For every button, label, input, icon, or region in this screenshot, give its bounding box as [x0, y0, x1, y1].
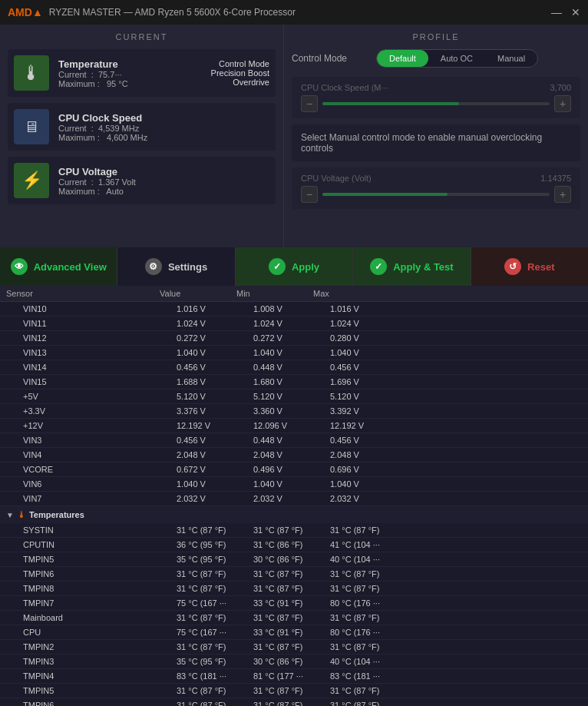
sensor-value: 1.040 V	[177, 348, 253, 357]
sensor-name: TMPIN8	[23, 584, 177, 593]
sensor-value: 31 °C (87 °F)	[177, 701, 253, 706]
apply-button[interactable]: ✓ Apply	[236, 247, 353, 286]
title-bar-left: AMD▲ RYZEN MASTER — AMD Ryzen 5 5600X 6-…	[8, 6, 296, 18]
sensor-value: 31 °C (87 °F)	[177, 584, 253, 593]
sensor-max: 1.040 V	[330, 348, 407, 357]
sensor-min: 2.032 V	[253, 494, 330, 503]
sensor-name: CPUTIN	[23, 540, 177, 549]
temperature-stat: 🌡 Temperature Current : 75.7··· Maximum …	[8, 49, 276, 97]
voltage-label: CPU Voltage (Volt)	[301, 174, 372, 183]
sensor-max: 1.696 V	[330, 377, 407, 386]
profile-panel: PROFILE Control Mode Default Auto OC Man…	[284, 25, 588, 247]
amd-logo: AMD▲	[8, 6, 43, 18]
table-row: TMPIN4 83 °C (181 ··· 81 °C (177 ··· 83 …	[0, 669, 588, 684]
sensor-min: 33 °C (91 °F)	[253, 628, 330, 637]
sensor-value: 31 °C (87 °F)	[177, 525, 253, 535]
reset-icon: ↺	[504, 258, 521, 275]
control-mode-label: Control Mode	[292, 53, 368, 64]
sensor-min: 1.008 V	[253, 304, 330, 313]
sensor-min: 0.496 V	[253, 465, 330, 474]
clock-increase-button[interactable]: +	[554, 95, 571, 112]
current-panel: CURRENT 🌡 Temperature Current : 75.7··· …	[0, 25, 284, 247]
minimize-button[interactable]: —	[551, 6, 562, 18]
voltage-section: CPU Voltage (Volt) 1.14375 − +	[292, 167, 580, 209]
sensor-name: VIN6	[23, 479, 177, 489]
sensor-value: 12.192 V	[177, 421, 253, 430]
clock-speed-value: 3,700	[550, 83, 571, 92]
sensor-min: 31 °C (87 °F)	[253, 613, 330, 622]
sensor-value: 1.016 V	[177, 304, 253, 313]
table-row: +3.3V 3.376 V 3.360 V 3.392 V	[0, 404, 588, 419]
apply-test-button[interactable]: ✓ Apply & Test	[353, 247, 471, 286]
sensor-min: 12.096 V	[253, 421, 330, 430]
value-col-header: Value	[160, 289, 236, 298]
cpu-clock-stat: 🖥 CPU Clock Speed Current : 4,539 MHz Ma…	[8, 103, 276, 151]
sensor-name: TMPIN4	[23, 671, 177, 681]
voltage-decrease-button[interactable]: −	[301, 186, 318, 203]
sensor-table[interactable]: Sensor Value Min Max VIN10 1.016 V 1.008…	[0, 286, 588, 706]
temperatures-section-title: Temperatures	[29, 510, 84, 519]
clock-slider-track[interactable]	[322, 102, 550, 105]
sensor-table-header: Sensor Value Min Max	[0, 286, 588, 302]
sensor-max: 40 °C (104 ···	[330, 555, 407, 564]
sensor-value: 3.376 V	[177, 406, 253, 416]
reset-button[interactable]: ↺ Reset	[471, 247, 588, 286]
temperature-maximum: Maximum : 95 °C	[58, 79, 202, 88]
table-row: TMPIN6 31 °C (87 °F) 31 °C (87 °F) 31 °C…	[0, 567, 588, 582]
mode-manual-button[interactable]: Manual	[485, 50, 537, 67]
table-row: TMPIN5 31 °C (87 °F) 31 °C (87 °F) 31 °C…	[0, 684, 588, 698]
sensor-value: 0.456 V	[177, 436, 253, 445]
sensor-name: TMPIN6	[23, 569, 177, 578]
voltage-increase-button[interactable]: +	[554, 186, 571, 203]
sensor-min: 31 °C (87 °F)	[253, 642, 330, 651]
sensor-value: 75 °C (167 ···	[177, 598, 253, 608]
apply-check-icon: ✓	[269, 258, 286, 275]
temperatures-expand-icon[interactable]: ▼	[6, 511, 14, 519]
title-controls: — ✕	[551, 6, 580, 18]
table-row: VIN10 1.016 V 1.008 V 1.016 V	[0, 302, 588, 317]
sensor-name: VIN15	[23, 377, 177, 386]
settings-button[interactable]: ⚙ Settings	[117, 247, 235, 286]
main-content: CURRENT 🌡 Temperature Current : 75.7··· …	[0, 25, 588, 706]
mode-default-button[interactable]: Default	[377, 50, 428, 67]
advanced-view-button[interactable]: 👁 Advanced View	[0, 247, 117, 286]
table-row: VIN11 1.024 V 1.024 V 1.024 V	[0, 317, 588, 331]
sensor-name: VIN12	[23, 333, 177, 343]
clock-decrease-button[interactable]: −	[301, 95, 318, 112]
sensor-max: 41 °C (104 ···	[330, 540, 407, 549]
temperature-mode: Control Mode Precision Boost Overdrive	[211, 59, 269, 87]
cpu-voltage-current: Current : 1.367 Volt	[58, 177, 269, 187]
cpu-voltage-info: CPU Voltage Current : 1.367 Volt Maximum…	[58, 166, 269, 196]
clock-speed-section: CPU Clock Speed (M··· 3,700 − +	[292, 77, 580, 118]
sensor-min: 31 °C (87 °F)	[253, 525, 330, 535]
sensor-max: 5.120 V	[330, 392, 407, 401]
sensor-max: 0.280 V	[330, 333, 407, 343]
sensor-name: TMPIN7	[23, 598, 177, 608]
sensor-min: 31 °C (87 °F)	[253, 701, 330, 706]
eye-icon: 👁	[11, 258, 28, 275]
temperature-current: Current : 75.7···	[58, 70, 202, 79]
sensor-max: 1.024 V	[330, 319, 407, 328]
sensor-min: 1.024 V	[253, 319, 330, 328]
sensor-value: 35 °C (95 °F)	[177, 657, 253, 666]
sensor-name: VIN3	[23, 436, 177, 445]
sensor-value: 31 °C (87 °F)	[177, 613, 253, 622]
sensor-name: +12V	[23, 421, 177, 430]
table-row: VIN12 0.272 V 0.272 V 0.280 V	[0, 331, 588, 346]
mode-autoc-button[interactable]: Auto OC	[428, 50, 485, 67]
sensor-name: VIN10	[23, 304, 177, 313]
voltage-rows: VIN10 1.016 V 1.008 V 1.016 V VIN11 1.02…	[0, 302, 588, 506]
close-button[interactable]: ✕	[571, 6, 580, 18]
voltage-slider-track[interactable]	[322, 193, 550, 196]
sensor-name: TMPIN5	[23, 686, 177, 695]
sensor-name: VIN13	[23, 348, 177, 357]
cpu-clock-icon: 🖥	[14, 109, 49, 144]
temperature-rows: SYSTIN 31 °C (87 °F) 31 °C (87 °F) 31 °C…	[0, 523, 588, 706]
sensor-max: 0.456 V	[330, 436, 407, 445]
sensor-value: 0.272 V	[177, 333, 253, 343]
table-row: SYSTIN 31 °C (87 °F) 31 °C (87 °F) 31 °C…	[0, 523, 588, 538]
sensor-name: TMPIN6	[23, 701, 177, 706]
table-row: CPUTIN 36 °C (95 °F) 31 °C (86 °F) 41 °C…	[0, 538, 588, 552]
sensor-max: 31 °C (87 °F)	[330, 584, 407, 593]
cpu-clock-title: CPU Clock Speed	[58, 112, 269, 124]
